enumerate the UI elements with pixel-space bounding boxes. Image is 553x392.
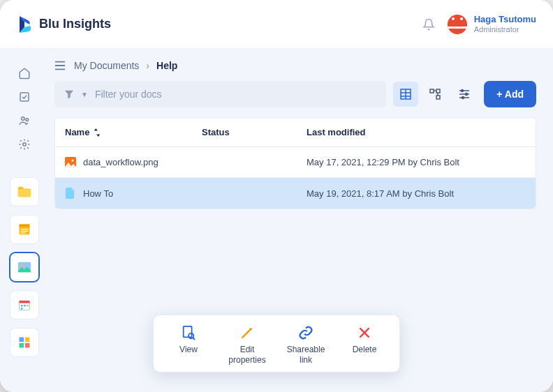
link-icon (298, 325, 314, 340)
svg-rect-11 (21, 305, 23, 307)
sidebar-card-gallery[interactable] (10, 252, 39, 282)
toolbar: ▼ Filter your docs + Add (54, 81, 536, 107)
sidebar-card-calendar[interactable] (10, 290, 39, 319)
chevron-down-icon: ▼ (81, 91, 88, 98)
pencil-icon (239, 325, 255, 340)
svg-point-8 (21, 264, 24, 266)
svg-point-23 (462, 90, 464, 92)
sidebar-tasks[interactable] (13, 85, 36, 109)
filter-input[interactable]: ▼ Filter your docs (54, 81, 386, 107)
sidebar-settings[interactable] (13, 133, 36, 156)
doc-file-icon (65, 188, 76, 199)
svg-rect-17 (20, 343, 24, 348)
documents-table: Name Status Last modified data_workflow.… (54, 117, 536, 209)
action-view[interactable]: View (159, 325, 218, 365)
logo-text: Blu Insights (39, 17, 111, 31)
action-delete[interactable]: Delete (335, 325, 394, 365)
svg-point-2 (26, 119, 29, 121)
svg-rect-4 (18, 189, 31, 197)
action-edit[interactable]: Edit properties (218, 325, 276, 365)
user-info[interactable]: Haga Tsutomu Administrator (474, 14, 536, 34)
user-name: Haga Tsutomu (474, 14, 536, 25)
svg-rect-0 (20, 93, 29, 101)
body: My Documents › Help ▼ Filter your docs +… (0, 49, 553, 392)
sidebar-team[interactable] (13, 109, 36, 133)
svg-point-25 (462, 97, 464, 99)
view-toggle-group (393, 82, 477, 107)
file-name: data_workflow.png (83, 157, 158, 167)
close-icon (357, 325, 372, 340)
avatar[interactable] (448, 15, 467, 34)
filter-placeholder: Filter your docs (95, 89, 162, 100)
svg-rect-21 (436, 89, 440, 93)
file-modified: May 19, 2021, 8:17 AM by Chris Bolt (300, 188, 536, 199)
column-modified[interactable]: Last modified (300, 127, 536, 137)
svg-rect-6 (20, 225, 30, 227)
breadcrumb-current: Help (156, 60, 177, 71)
sidebar-card-folder[interactable] (10, 177, 39, 206)
file-modified: May 17, 2021, 12:29 PM by Chris Bolt (300, 157, 536, 167)
svg-rect-22 (436, 96, 440, 99)
svg-rect-16 (25, 338, 30, 342)
svg-rect-18 (25, 343, 30, 348)
sort-icon (94, 128, 101, 137)
table-row[interactable]: data_workflow.png May 17, 2021, 12:29 PM… (55, 147, 536, 178)
header: Blu Insights Haga Tsutomu Administrator (0, 0, 553, 49)
column-name[interactable]: Name (55, 127, 195, 137)
view-icon (181, 325, 196, 340)
svg-rect-14 (21, 308, 23, 310)
add-button[interactable]: + Add (484, 81, 536, 107)
svg-point-3 (23, 143, 27, 146)
menu-icon[interactable] (54, 61, 66, 70)
breadcrumb-parent[interactable]: My Documents (74, 60, 139, 71)
file-name: How To (83, 188, 113, 199)
sidebar-card-notes[interactable] (10, 215, 39, 244)
column-status[interactable]: Status (195, 127, 300, 137)
svg-rect-15 (20, 338, 24, 342)
svg-rect-20 (430, 89, 434, 93)
svg-point-27 (72, 159, 74, 161)
sidebar (0, 49, 49, 392)
svg-point-1 (22, 117, 25, 121)
sidebar-home[interactable] (13, 61, 36, 85)
logo-icon (17, 15, 32, 34)
image-file-icon (65, 157, 76, 168)
action-bar: View Edit properties Shareable link Dele… (153, 315, 400, 372)
svg-rect-28 (184, 326, 192, 338)
table-header: Name Status Last modified (55, 118, 536, 147)
svg-rect-13 (27, 305, 29, 307)
notification-bell-icon[interactable] (422, 18, 435, 31)
svg-rect-12 (24, 305, 26, 307)
settings-view-button[interactable] (452, 82, 477, 107)
grid-view-button[interactable] (393, 82, 418, 107)
chevron-right-icon: › (146, 60, 149, 71)
app-window: Blu Insights Haga Tsutomu Administrator … (0, 0, 553, 392)
svg-point-24 (466, 93, 468, 96)
user-role: Administrator (474, 25, 536, 34)
breadcrumb: My Documents › Help (54, 60, 536, 71)
sidebar-card-dashboard[interactable] (10, 328, 39, 357)
filter-icon (64, 89, 74, 99)
tree-view-button[interactable] (422, 82, 448, 107)
logo[interactable]: Blu Insights (17, 15, 111, 34)
svg-rect-10 (20, 301, 30, 303)
action-share[interactable]: Shareable link (276, 325, 335, 365)
table-row[interactable]: How To May 19, 2021, 8:17 AM by Chris Bo… (55, 178, 536, 209)
